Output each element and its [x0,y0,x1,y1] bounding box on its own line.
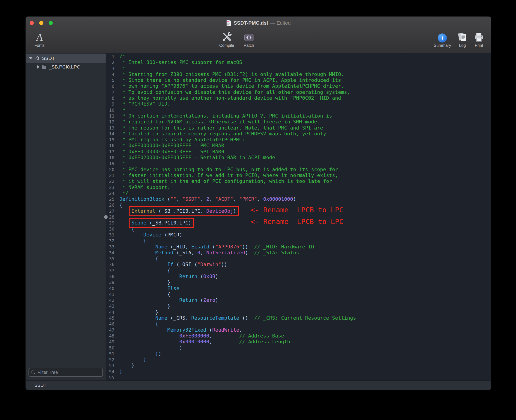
line-number[interactable]: 31 [106,232,117,238]
filter-tree-input[interactable] [37,370,100,375]
line-number[interactable]: 12 [106,119,117,125]
line-number[interactable]: 24 [106,190,117,196]
line-number[interactable]: 5 [106,77,117,83]
line-number[interactable]: 47 [106,327,117,333]
line-number[interactable]: 30 [106,226,117,232]
line-number[interactable]: 17 [106,149,117,155]
code-line: 53 } [106,363,491,368]
line-number[interactable]: 29 [106,220,117,226]
code-editor[interactable]: 1/*2 * Intel 300-series PMC support for … [106,53,491,380]
toolbar: A Fonts Compile [26,29,491,53]
code-text: * On certain implementations, including … [117,113,332,119]
tree-item-label: SSDT [42,56,55,61]
compile-tools-icon [221,31,232,43]
code-line: 19 * [106,160,491,166]
line-number[interactable]: 7 [106,89,117,95]
code-text: * [117,107,126,113]
line-number[interactable]: 32 [106,238,117,244]
line-number[interactable]: 35 [106,256,117,262]
code-text: * faster initialisation. If we add it to… [117,172,338,178]
line-number[interactable]: 8 [106,95,117,101]
line-number[interactable]: 10 [106,107,117,113]
code-text: } [117,369,122,375]
code-text: Device (PMCR) [117,232,182,238]
log-button[interactable]: Log [457,31,467,48]
summary-button[interactable]: i Summary [434,31,451,48]
fonts-button[interactable]: A Fonts [34,31,45,48]
disclosure-closed-icon[interactable] [37,65,39,69]
line-number[interactable]: 53 [106,363,117,368]
line-number[interactable]: 36 [106,262,117,267]
line-number[interactable]: 50 [106,345,117,351]
line-number[interactable]: 33 [106,244,117,250]
code-line: 5 * Since there is no standard device fo… [106,77,491,83]
titlebar[interactable]: SSDT-PMC.dsl — Edited [26,17,491,29]
code-text: * PMC region is used by AppleIntelPCHPMC… [117,137,245,143]
code-text: * Starting from Z390 chipsets PMC (D31:F… [117,71,344,77]
code-text: Scope (_SB.PCI0.LPC)<- Rename LPCB to LP… [117,220,194,226]
line-number[interactable]: 45 [106,315,117,321]
line-number[interactable]: 21 [106,172,117,178]
line-number[interactable]: 13 [106,125,117,131]
line-number[interactable]: 55 [106,375,117,380]
line-number[interactable]: 39 [106,279,117,285]
code-line: 36 If (_OSI ("Darwin")) [106,262,491,267]
code-text: */ [117,190,129,196]
line-number[interactable]: 23 [106,184,117,190]
line-number[interactable]: 22 [106,178,117,184]
line-number[interactable]: 44 [106,309,117,315]
print-button[interactable]: Print [474,31,484,48]
line-number[interactable]: 54 [106,369,117,375]
line-number[interactable]: 20 [106,167,117,172]
line-number[interactable]: 25 [106,196,117,202]
line-number[interactable]: 43 [106,303,117,309]
line-number[interactable]: 41 [106,291,117,297]
line-number[interactable]: 27 [106,208,117,214]
code-line: 2 * Intel 300-series PMC support for mac… [106,60,491,65]
line-number[interactable]: 49 [106,339,117,345]
home-icon [35,56,40,61]
compile-label: Compile [219,43,234,48]
code-line: 17 * 0xFE010000~0xFE010FFF - SPI BAR0 [106,149,491,155]
line-number[interactable]: 11 [106,113,117,119]
line-number[interactable]: 4 [106,71,117,77]
line-number[interactable]: 2 [106,60,117,65]
line-number[interactable]: 6 [106,83,117,89]
code-text: Else [117,285,179,291]
line-number[interactable]: 16 [106,143,117,149]
code-text [117,375,119,380]
line-number[interactable]: 26 [106,202,117,208]
line-number[interactable]: 19 [106,160,117,166]
line-number[interactable]: 40 [106,285,117,291]
patch-button[interactable]: Patch [239,31,258,48]
zoom-button[interactable] [49,21,53,25]
line-number[interactable]: 18 [106,155,117,160]
line-number[interactable]: 38 [106,274,117,279]
line-number[interactable]: 51 [106,351,117,357]
line-number[interactable]: 14 [106,131,117,137]
disclosure-open-icon[interactable] [29,57,33,60]
line-number[interactable]: 37 [106,268,117,274]
tree-item-ssdt[interactable]: SSDT [26,54,106,63]
code-line: 24 */ [106,190,491,196]
line-number[interactable]: 42 [106,297,117,303]
code-line: 9 * "PCHRESV" UID. [106,101,491,107]
line-number[interactable]: 15 [106,137,117,143]
line-number[interactable]: 9 [106,101,117,107]
minimize-button[interactable] [39,21,43,25]
tree-item-sb-pci0-lpc[interactable]: _SB.PCI0.LPC [26,63,106,71]
code-line: 50 ) [106,345,491,351]
info-icon: i [438,31,447,43]
line-number[interactable]: 1 [106,53,117,60]
code-line: 43 } [106,303,491,309]
line-number[interactable]: 48 [106,333,117,339]
line-number[interactable]: 46 [106,321,117,327]
close-button[interactable] [30,21,34,25]
compile-button[interactable]: Compile [217,31,236,48]
filter-tree-box [29,368,103,377]
line-number[interactable]: 3 [106,66,117,71]
line-number[interactable]: 52 [106,357,117,363]
rename-annotation: <- Rename LPCB to LPC [250,219,343,225]
line-number[interactable]: 34 [106,250,117,256]
code-line: 18 * 0xFE020000~0xFE035FFF - SerialIo BA… [106,155,491,160]
